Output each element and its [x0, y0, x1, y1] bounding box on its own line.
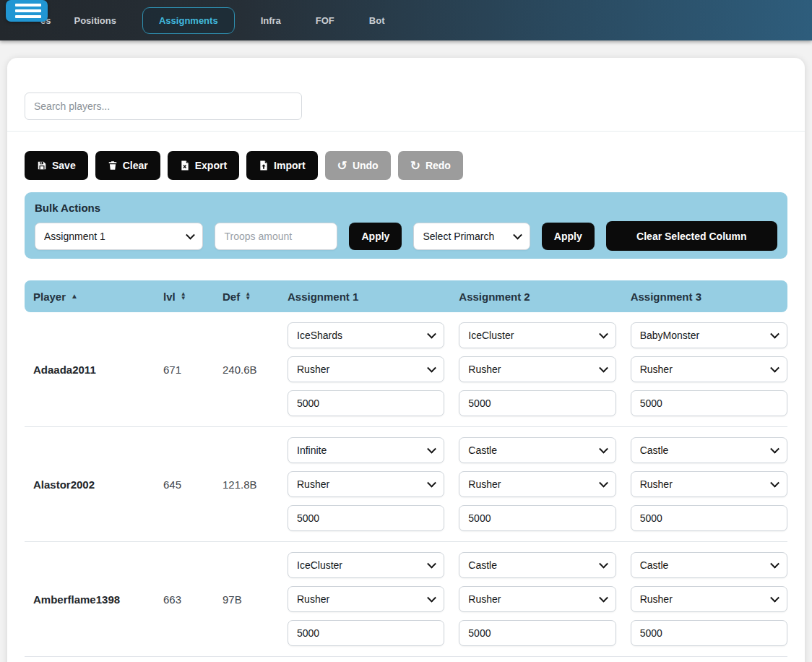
sort-both-icon: ▲▼ [245, 292, 251, 301]
assignment-1-cell: Infinite Rusher [288, 437, 444, 531]
undo-icon: ↺ [337, 160, 347, 172]
hero-select-wrap: Castle [631, 552, 787, 578]
hero-select-wrap: Infinite [288, 437, 444, 463]
type-select[interactable]: Rusher [459, 356, 616, 382]
type-select[interactable]: Rusher [459, 471, 616, 497]
table-row: Adaada2011 671 240.6B IceShards Rusher I… [25, 312, 787, 426]
type-select[interactable]: Rusher [631, 356, 787, 382]
sort-asc-icon: ▲ [71, 293, 78, 300]
bulk-assignment-select[interactable]: Assignment 1 [35, 223, 203, 250]
assignment-2-cell: IceCluster Rusher [459, 322, 616, 416]
hero-select-wrap: IceShards [288, 322, 444, 348]
bulk-troops-input[interactable] [215, 223, 337, 250]
file-import-icon [259, 160, 269, 171]
type-select-wrap: Rusher [631, 586, 787, 612]
hero-select[interactable]: Castle [459, 552, 616, 578]
import-label: Import [274, 160, 306, 171]
undo-button[interactable]: ↺ Undo [325, 151, 391, 180]
type-select[interactable]: Rusher [459, 586, 616, 612]
clear-selected-column-button[interactable]: Clear Selected Column [606, 221, 777, 251]
hero-select[interactable]: Castle [631, 437, 787, 463]
tab-infra[interactable]: Infra [243, 8, 298, 33]
bulk-apply-primarch-button[interactable]: Apply [542, 223, 595, 250]
type-select-wrap: Rusher [631, 356, 787, 382]
export-button[interactable]: Export [168, 151, 239, 180]
assignment-3-header-label: Assignment 3 [631, 291, 701, 303]
hero-select[interactable]: Castle [459, 437, 616, 463]
hamburger-bar [15, 9, 41, 12]
type-select-wrap: Rusher [288, 471, 444, 497]
clear-button[interactable]: Clear [95, 151, 160, 180]
search-input[interactable] [25, 93, 302, 120]
bulk-actions-controls: Assignment 1 Apply Select Primarch Apply… [35, 221, 777, 251]
assignment-1-header-label: Assignment 1 [288, 291, 358, 303]
type-select[interactable]: Rusher [288, 471, 444, 497]
type-select[interactable]: Rusher [288, 586, 444, 612]
bulk-actions-title: Bulk Actions [35, 202, 777, 214]
hero-select-wrap: Castle [459, 552, 616, 578]
player-lvl: 671 [155, 364, 201, 376]
type-select[interactable]: Rusher [288, 356, 444, 382]
table-row: Amberflame1398 663 97B IceCluster Rusher… [25, 541, 787, 656]
column-header-lvl[interactable]: lvl ▲▼ [155, 291, 201, 303]
player-name: Adaada2011 [25, 364, 140, 376]
type-select-wrap: Rusher [288, 356, 444, 382]
undo-label: Undo [353, 160, 379, 171]
type-select-wrap: Rusher [288, 586, 444, 612]
type-select[interactable]: Rusher [631, 471, 787, 497]
bulk-apply-troops-button[interactable]: Apply [349, 223, 402, 250]
assignment-2-cell: Castle Rusher [459, 437, 616, 531]
troops-input[interactable] [288, 620, 444, 646]
sort-both-icon: ▲▼ [181, 292, 186, 301]
save-icon [37, 160, 47, 171]
hero-select[interactable]: IceShards [288, 322, 444, 348]
hero-select[interactable]: Castle [631, 552, 787, 578]
hero-select-wrap: IceCluster [459, 322, 616, 348]
hero-select[interactable]: BabyMonster [631, 322, 787, 348]
hamburger-bar [15, 15, 41, 18]
lvl-header-label: lvl [163, 291, 176, 303]
hero-select[interactable]: IceCluster [288, 552, 444, 578]
type-select-wrap: Rusher [631, 471, 787, 497]
tab-fof[interactable]: FOF [298, 8, 352, 33]
troops-input[interactable] [459, 620, 616, 646]
type-select-wrap: Rusher [459, 471, 616, 497]
tab-assignments[interactable]: Assignments [142, 7, 235, 34]
bulk-assignment-select-wrap: Assignment 1 [35, 223, 203, 250]
trash-icon [108, 160, 118, 171]
column-header-assignment-1: Assignment 1 [288, 291, 444, 303]
type-select-wrap: Rusher [459, 356, 616, 382]
column-header-def[interactable]: Def ▲▼ [215, 291, 273, 303]
troops-input[interactable] [631, 505, 787, 531]
hero-select-wrap: IceCluster [288, 552, 444, 578]
hamburger-menu-button[interactable] [6, 0, 48, 22]
troops-input[interactable] [631, 620, 787, 646]
player-name: Alastor2002 [25, 478, 140, 491]
nav-tabs: es Positions Assignments Infra FOF Bot [0, 0, 812, 40]
bulk-primarch-select-wrap: Select Primarch [413, 223, 530, 250]
bulk-primarch-select[interactable]: Select Primarch [413, 223, 530, 250]
redo-icon: ↻ [410, 160, 420, 172]
column-header-assignment-3: Assignment 3 [631, 291, 787, 303]
troops-input[interactable] [459, 505, 616, 531]
player-lvl: 663 [155, 593, 201, 606]
save-button[interactable]: Save [25, 151, 88, 180]
troops-input[interactable] [631, 390, 787, 416]
redo-button[interactable]: ↻ Redo [398, 151, 463, 180]
tab-positions[interactable]: Positions [56, 8, 134, 33]
troops-input[interactable] [288, 390, 444, 416]
import-button[interactable]: Import [246, 151, 318, 180]
troops-input[interactable] [459, 390, 616, 416]
tab-bot[interactable]: Bot [352, 8, 402, 33]
clear-label: Clear [123, 160, 148, 171]
search-section [7, 58, 805, 131]
assignment-2-cell: Castle Rusher [459, 552, 616, 646]
player-lvl: 645 [155, 478, 201, 491]
column-header-player[interactable]: Player ▲ [25, 291, 140, 303]
hero-select[interactable]: Infinite [288, 437, 444, 463]
top-navbar: es Positions Assignments Infra FOF Bot [0, 0, 812, 40]
type-select[interactable]: Rusher [631, 586, 787, 612]
troops-input[interactable] [288, 505, 444, 531]
hero-select[interactable]: IceCluster [459, 322, 616, 348]
redo-label: Redo [426, 160, 451, 171]
